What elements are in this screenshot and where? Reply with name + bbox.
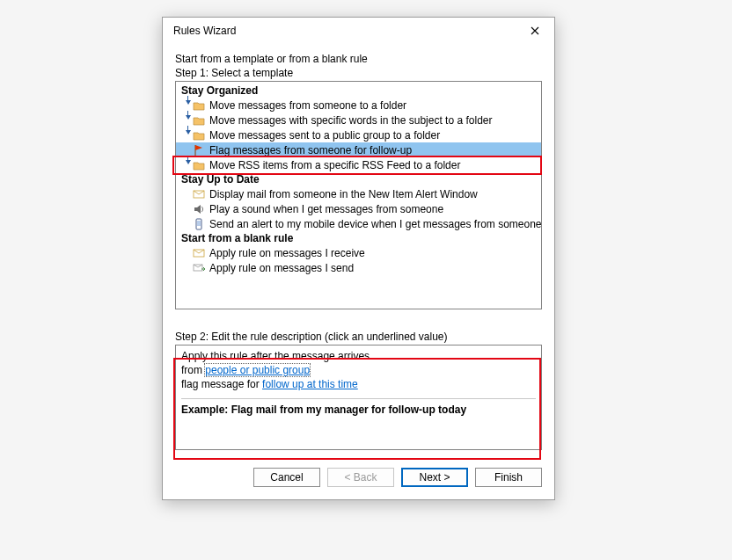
template-label: Flag messages from someone for follow-up (209, 144, 412, 156)
template-listbox[interactable]: Stay Organized Move messages from someon… (175, 81, 542, 309)
description-separator (181, 398, 536, 399)
template-label: Move messages from someone to a folder (209, 99, 406, 112)
flag-prefix: flag message for (181, 378, 262, 390)
link-people-or-group[interactable]: people or public group (205, 364, 310, 376)
template-flag-followup[interactable]: Flag messages from someone for follow-up (176, 142, 541, 157)
template-display-alert[interactable]: Display mail from someone in the New Ite… (176, 186, 541, 201)
close-icon (531, 26, 539, 35)
template-label: Move messages sent to a public group to … (209, 129, 440, 142)
desc-line-3: flag message for follow up at this time (181, 377, 536, 391)
template-label: Apply rule on messages I send (209, 262, 354, 274)
template-label: Display mail from someone in the New Ite… (209, 188, 478, 200)
rule-description-box: Apply this rule after the message arrive… (175, 345, 542, 450)
template-mobile-alert[interactable]: Send an alert to my mobile device when I… (176, 216, 541, 231)
step2-label: Step 2: Edit the rule description (click… (175, 331, 542, 343)
mail-send-icon (192, 261, 206, 275)
titlebar: Rules Wizard (163, 18, 554, 44)
group-stay-organized: Stay Organized (176, 84, 541, 98)
move-folder-icon (192, 98, 206, 113)
template-label: Move messages with specific words in the… (209, 114, 492, 127)
desc-example: Example: Flag mail from my manager for f… (181, 403, 536, 417)
next-button[interactable]: Next > (401, 468, 468, 487)
dialog-body: Start from a template or from a blank ru… (163, 44, 554, 499)
from-prefix: from (181, 364, 205, 376)
flag-icon (192, 143, 206, 157)
cancel-button[interactable]: Cancel (253, 468, 320, 487)
mail-alert-icon (192, 187, 206, 201)
move-folder-icon (192, 113, 206, 127)
template-play-sound[interactable]: Play a sound when I get messages from so… (176, 201, 541, 216)
finish-button[interactable]: Finish (475, 468, 542, 487)
step1-label: Step 1: Select a template (175, 67, 542, 79)
move-folder-icon (192, 128, 206, 142)
template-apply-send[interactable]: Apply rule on messages I send (176, 260, 541, 275)
template-label: Play a sound when I get messages from so… (209, 203, 443, 215)
sound-icon (192, 202, 206, 216)
mail-receive-icon (192, 246, 206, 260)
group-blank-rule: Start from a blank rule (176, 231, 541, 245)
button-row: Cancel < Back Next > Finish (175, 468, 542, 487)
template-label: Apply rule on messages I receive (209, 247, 365, 259)
link-followup-time[interactable]: follow up at this time (262, 378, 358, 390)
template-label: Send an alert to my mobile device when I… (209, 218, 542, 230)
back-button: < Back (327, 468, 394, 487)
template-move-words-subject[interactable]: Move messages with specific words in the… (176, 113, 541, 127)
template-move-public-group[interactable]: Move messages sent to a public group to … (176, 127, 541, 142)
template-move-from-someone[interactable]: Move messages from someone to a folder (176, 98, 541, 113)
intro-text: Start from a template or from a blank ru… (175, 53, 542, 65)
group-stay-up-to-date: Stay Up to Date (176, 172, 541, 186)
rules-wizard-dialog: Rules Wizard Start from a template or fr… (162, 17, 555, 500)
move-folder-icon (192, 158, 206, 172)
dialog-title: Rules Wizard (173, 25, 236, 37)
desc-line-2: from people or public group (181, 363, 536, 377)
template-move-rss[interactable]: Move RSS items from a specific RSS Feed … (176, 157, 541, 172)
template-apply-receive[interactable]: Apply rule on messages I receive (176, 245, 541, 260)
phone-icon (192, 217, 206, 231)
desc-line-1: Apply this rule after the message arrive… (181, 349, 536, 363)
svg-rect-2 (197, 221, 201, 226)
template-label: Move RSS items from a specific RSS Feed … (209, 159, 460, 171)
close-button[interactable] (517, 18, 553, 43)
